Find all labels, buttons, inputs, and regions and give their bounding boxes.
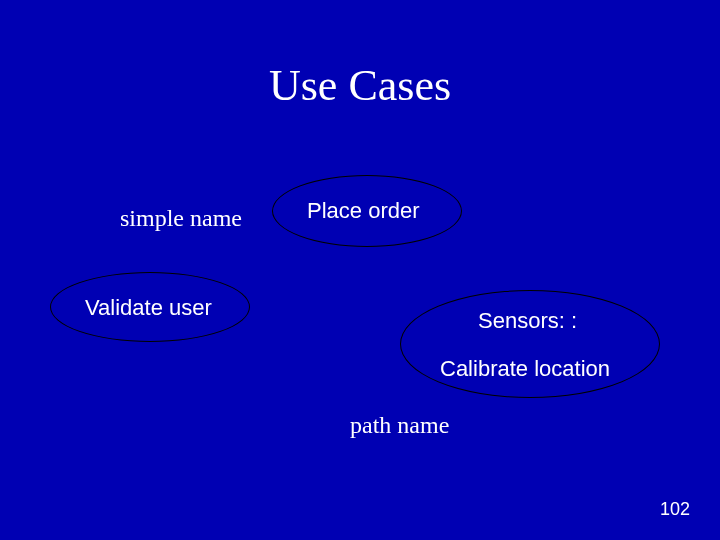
- slide-title: Use Cases: [0, 60, 720, 111]
- usecase-calibrate-location: Calibrate location: [440, 356, 610, 382]
- label-simple-name: simple name: [120, 205, 242, 232]
- usecase-place-order: Place order: [307, 198, 420, 224]
- usecase-validate-user: Validate user: [85, 295, 212, 321]
- label-path-name: path name: [350, 412, 449, 439]
- page-number: 102: [660, 499, 690, 520]
- usecase-sensors-prefix: Sensors: :: [478, 308, 577, 334]
